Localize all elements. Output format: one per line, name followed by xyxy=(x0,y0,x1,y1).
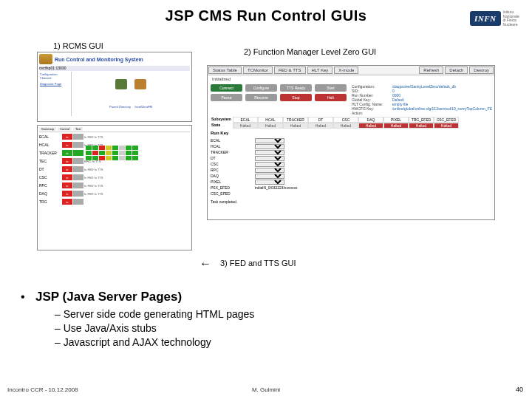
list-item-select[interactable] xyxy=(255,144,284,149)
list-item-select[interactable] xyxy=(255,180,284,185)
lz-action-button[interactable]: Destroy xyxy=(469,66,494,74)
lz-tab[interactable]: TCMonitor xyxy=(243,66,273,74)
lz-action-button[interactable]: Refresh xyxy=(419,66,443,74)
infn-logo: INFN Istituto Nazionaledi Fisica Nuclear… xyxy=(470,6,522,31)
subsystem-row: DTinIn FED In TTS xyxy=(39,166,190,173)
rcms-tab[interactable]: Summary xyxy=(39,127,56,131)
list-item-select[interactable] xyxy=(255,138,284,143)
status-chip[interactable]: in xyxy=(62,183,72,188)
config-chooser-label: Configuration Chooser: xyxy=(40,72,70,80)
subsystem-name: CSC xyxy=(39,175,61,180)
list-item: PIXEL xyxy=(211,179,491,185)
subsys-header: ECAL xyxy=(233,117,258,123)
status-chip[interactable] xyxy=(73,166,83,172)
subsys-header: CSC xyxy=(333,117,358,123)
status-chip[interactable]: in xyxy=(62,150,72,156)
lz-command-button[interactable]: Configure xyxy=(245,84,277,92)
list-item-name: PSX_EFED xyxy=(211,185,255,190)
lz-command-button[interactable]: Connect xyxy=(211,84,242,92)
lz-tab[interactable]: Status Table xyxy=(208,66,242,74)
subsystem-row: TRACKERin xyxy=(39,149,190,157)
lz-command-button[interactable]: Start xyxy=(315,84,347,92)
row-note: In FED In TTS xyxy=(84,184,190,188)
lz-task-status: Task completed. xyxy=(211,200,491,204)
panel-level-zero-gui: Status TableTCMonitorFED & TTSHLT KeyX-m… xyxy=(207,65,495,220)
bullet-block: • JSP (Java Server Pages) Server side co… xyxy=(21,290,254,349)
status-chip[interactable] xyxy=(73,134,83,140)
bullet-dot: • xyxy=(21,290,35,304)
list-item-select[interactable] xyxy=(255,168,284,173)
lz-action-button[interactable]: Detach xyxy=(445,66,468,74)
status-chip[interactable] xyxy=(73,191,83,197)
psx-value: initialN_0/032223/xxxxxxx xyxy=(255,185,298,190)
lz-command-button[interactable]: Halt xyxy=(315,94,347,101)
status-chip[interactable]: in xyxy=(62,199,72,205)
info-row: Action: xyxy=(352,111,492,115)
subsys-header: DT xyxy=(308,117,333,123)
subsystem-name: HCAL xyxy=(39,143,61,147)
config-icon-2[interactable] xyxy=(134,79,146,89)
footer-center: M. Gulmini xyxy=(0,386,532,393)
rcms-title: Run Control and Monitoring System xyxy=(55,57,143,62)
list-item-name: RPC xyxy=(211,168,255,172)
status-chip[interactable]: in xyxy=(62,166,72,172)
lz-tab[interactable]: HLT Key xyxy=(307,66,333,74)
lz-tab[interactable]: FED & TTS xyxy=(274,66,306,74)
subsys-header: TRG_EFED xyxy=(409,117,434,123)
lz-subsystems: SubsystemECALHCALTRACKERDTCSCDAQPIXELTRG… xyxy=(208,117,494,129)
list-item-name: DT xyxy=(211,156,255,160)
row-note: EF≤5 In TTS xyxy=(84,160,190,163)
caption-3: 3) FED and TTS GUI xyxy=(220,259,296,267)
rcms-hostbar: csctfsp01:13030 xyxy=(39,66,190,71)
status-chip[interactable]: in xyxy=(62,191,72,197)
status-chip[interactable] xyxy=(73,150,83,156)
config-icon-1[interactable] xyxy=(115,79,127,89)
lz-tab[interactable]: X-mode xyxy=(334,66,358,74)
subsys-header: CSC_EFED xyxy=(434,117,459,123)
rcms-tabs: SummaryControlTest xyxy=(39,127,190,132)
caption-2: 2) Function Manager Level Zero GUI xyxy=(244,47,376,56)
subsystem-name: DT xyxy=(39,167,61,171)
parent-dir-link[interactable]: Parent Directory xyxy=(109,105,131,109)
list-item-select[interactable] xyxy=(255,150,284,155)
page-number: 40 xyxy=(516,386,523,393)
lz-command-button[interactable]: Resume xyxy=(245,94,277,101)
lz-status-word: Initialized xyxy=(208,75,494,83)
list-item-name: TRACKER xyxy=(211,150,255,154)
levelzero-link[interactable]: level/ZeroFM xyxy=(135,105,152,109)
lz-command-button[interactable]: Pause xyxy=(211,94,242,101)
lz-command-button[interactable]: Stop xyxy=(280,94,312,101)
list-item: CSC xyxy=(211,161,491,167)
list-item-name: DAQ xyxy=(211,174,255,178)
slide-title: JSP CMS Run Control GUIs xyxy=(0,0,532,29)
list-item-select[interactable] xyxy=(255,162,284,167)
status-chip[interactable]: in xyxy=(62,158,72,164)
subsystem-name: RPC xyxy=(39,183,61,188)
status-chip[interactable]: in xyxy=(62,174,72,180)
status-chip[interactable]: in xyxy=(62,142,72,148)
lz-command-button[interactable]: TTS Ready xyxy=(280,84,312,92)
subsystem-name: TEC xyxy=(39,159,61,163)
diagnostic-link[interactable]: Diagnostic Page xyxy=(40,82,70,86)
status-chip[interactable]: in xyxy=(62,134,72,140)
subsys-state: Halted xyxy=(283,123,308,129)
tracker-matrix xyxy=(86,146,138,160)
bullet-main: JSP (Java Server Pages) xyxy=(35,290,182,304)
status-chip[interactable] xyxy=(73,174,83,180)
list-item-select[interactable] xyxy=(255,156,284,161)
status-chip[interactable] xyxy=(73,158,83,164)
infn-badge: INFN xyxy=(470,11,501,26)
caption-1: 1) RCMS GUI xyxy=(53,41,103,50)
status-chip[interactable] xyxy=(73,199,83,205)
subsys-header: HCAL xyxy=(258,117,283,123)
status-chip[interactable] xyxy=(73,142,83,148)
subsys-state: Halted xyxy=(358,123,383,129)
status-chip[interactable] xyxy=(73,183,83,188)
run-key-label: Run Key xyxy=(211,131,491,135)
subsystem-row: DAQinIn FED In TTS xyxy=(39,190,190,197)
rcms-tab[interactable]: Control xyxy=(58,127,72,131)
list-item: ECAL xyxy=(211,137,491,143)
subsys-state: Halted xyxy=(409,123,434,129)
list-item-select[interactable] xyxy=(255,174,284,179)
rcms-tab[interactable]: Test xyxy=(73,127,83,131)
